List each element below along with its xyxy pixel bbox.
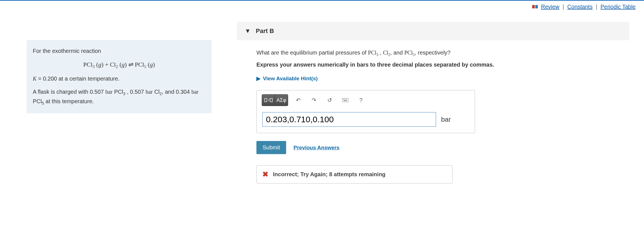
- feedback-text: Incorrect; Try Again; 8 attempts remaini…: [273, 171, 386, 178]
- equation-toolbar: √ ΑΣφ ↶ ↷ ↺ ?: [257, 90, 475, 108]
- problem-info-box: For the exothermic reaction PCl3 (g) + C…: [27, 40, 212, 113]
- keyboard-button[interactable]: [340, 95, 351, 106]
- greek-symbols-button[interactable]: ΑΣφ: [275, 95, 288, 106]
- answer-input[interactable]: [262, 112, 436, 127]
- svg-rect-4: [270, 98, 272, 102]
- svg-text:√: √: [268, 98, 270, 102]
- review-link[interactable]: Review: [541, 4, 559, 10]
- k-value-line: K = 0.200 at a certain temperature.: [33, 74, 205, 83]
- caret-right-icon: ▶: [256, 75, 261, 82]
- incorrect-icon: ✖: [262, 170, 268, 179]
- book-icon: [532, 4, 538, 10]
- undo-button[interactable]: ↶: [293, 95, 304, 106]
- flask-description: A flask is charged with 0.507 bar PCl3 ,…: [33, 88, 205, 106]
- caret-down-icon: ▼: [245, 27, 251, 35]
- svg-rect-1: [535, 5, 538, 8]
- previous-answers-link[interactable]: Previous Answers: [293, 145, 339, 151]
- resource-links: Review | Constants | Periodic Table: [532, 4, 636, 10]
- submit-button[interactable]: Submit: [256, 141, 286, 154]
- redo-button[interactable]: ↷: [308, 95, 319, 106]
- separator: |: [596, 4, 597, 10]
- answer-instruction: Express your answers numerically in bars…: [256, 62, 615, 68]
- svg-rect-0: [532, 5, 535, 8]
- template-picker-button[interactable]: √: [262, 95, 275, 106]
- separator: |: [563, 4, 564, 10]
- part-header[interactable]: ▼ Part B: [237, 22, 629, 40]
- periodic-table-link[interactable]: Periodic Table: [601, 4, 636, 10]
- part-title: Part B: [256, 27, 274, 35]
- svg-rect-9: [346, 99, 347, 100]
- view-hints-toggle[interactable]: ▶ View Available Hint(s): [256, 75, 615, 82]
- reset-button[interactable]: ↺: [324, 95, 335, 106]
- hints-label: View Available Hint(s): [263, 76, 318, 82]
- formula-tool-group: √ ΑΣφ: [262, 94, 288, 106]
- svg-rect-2: [265, 98, 267, 102]
- svg-rect-6: [343, 99, 344, 100]
- svg-rect-8: [345, 99, 346, 100]
- info-intro: For the exothermic reaction: [33, 47, 205, 55]
- feedback-box: ✖ Incorrect; Try Again; 8 attempts remai…: [256, 165, 453, 183]
- unit-label: bar: [441, 116, 451, 123]
- answer-entry-box: √ ΑΣφ ↶ ↷ ↺ ? bar: [256, 90, 475, 133]
- help-button[interactable]: ?: [355, 95, 367, 106]
- svg-rect-10: [344, 100, 347, 101]
- svg-rect-5: [342, 98, 348, 102]
- question-prompt: What are the equilibrium partial pressur…: [256, 49, 615, 58]
- constants-link[interactable]: Constants: [567, 4, 592, 10]
- reaction-equation: PCl3 (g) + Cl2 (g) ⇌ PCl5 (g): [33, 60, 205, 70]
- svg-rect-7: [344, 99, 345, 100]
